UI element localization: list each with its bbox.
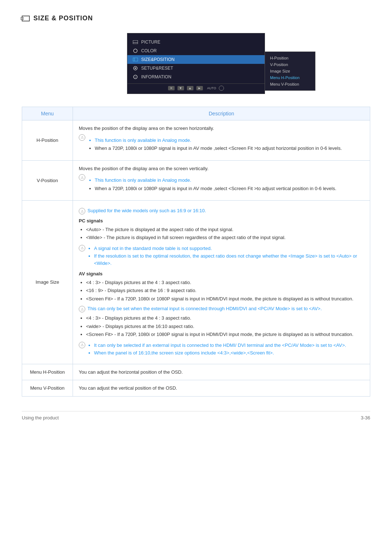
av-signals-label: AV signals (79, 270, 364, 278)
submenu-menuhpos: Menu H-Position (270, 74, 310, 81)
vpos-analog-note: ⚠ This function is only available in Ana… (79, 174, 364, 194)
imgsize-note3-label: This can only be set when the external i… (87, 306, 322, 311)
note4-bullet-1: When the panel is of 16:10,the screen si… (94, 349, 364, 357)
main-table: Menu Description H-Position Moves the po… (22, 107, 370, 397)
av-bullet-1: <16 : 9> - Displays pictures at the 16 :… (86, 287, 364, 294)
hpos-intro: Moves the position of the display area o… (79, 125, 364, 132)
note4-bullet-0: It can only be selected if an external i… (94, 342, 364, 349)
osd-item-color-label: COLOR (141, 48, 157, 53)
osd-box: PICTURE COLOR SIZE&POSITION H-Position V… (127, 33, 265, 94)
footer-page-number: 3-36 (361, 415, 370, 420)
pc-signals-list: <Auto> - The picture is displayed at the… (79, 226, 364, 241)
osd-submenu: H-Position V-Position Image Size Menu H-… (265, 52, 315, 91)
av-bullet-0: <4 : 3> - Displays pictures at the 4 : 3… (86, 279, 364, 286)
menu-menuvpos: Menu V-Position (22, 380, 73, 397)
osd-item-picture-label: PICTURE (141, 40, 160, 45)
svg-rect-0 (133, 40, 138, 44)
vpos-bullet: When a 720P, 1080i or 1080P signal is in… (95, 185, 336, 192)
btn-auto-label: AUTO (207, 86, 216, 90)
osd-bottom-bar: ✕ ▼ ▲ ► AUTO (127, 83, 265, 91)
btn-power (219, 86, 224, 91)
imgsize-note3-text: This can only be set when the external i… (87, 305, 364, 312)
btn-up: ▲ (187, 86, 193, 90)
row-menuhpos: Menu H-Position You can adjust the horiz… (22, 364, 370, 380)
svg-point-6 (135, 67, 136, 69)
pc-signals-label: PC signals (79, 217, 364, 225)
menu-menuhpos: Menu H-Position (22, 364, 73, 380)
btn-down: ▼ (177, 86, 184, 90)
svg-rect-3 (133, 58, 138, 61)
desc-menuhpos: You can adjust the horizontal position o… (73, 364, 370, 380)
row-imagesize: Image Size ⚠ Supplied for the wide model… (22, 201, 370, 364)
size-icon (132, 57, 138, 62)
av-bullet-2: <Screen Fit> - If a 720P, 1080i or 1080P… (86, 295, 364, 303)
osd-item-picture: PICTURE (127, 38, 265, 46)
submenu-hpos: H-Position (270, 55, 310, 61)
svg-text:i: i (135, 75, 136, 79)
footer-product-label: Using the product (22, 415, 59, 420)
size-position-icon (22, 16, 30, 21)
desc-imagesize: ⚠ Supplied for the wide models only such… (73, 201, 370, 364)
osd-menu-list: PICTURE COLOR SIZE&POSITION H-Position V… (127, 38, 265, 81)
pc-bullet-0: <Auto> - The picture is displayed at the… (86, 226, 364, 233)
hpos-warning-icon: ⚠ (79, 134, 85, 141)
imgsize-note4-text: It can only be selected if an external i… (87, 341, 364, 357)
btn-right: ► (196, 86, 203, 90)
desc-hposition: Moves the position of the display area o… (73, 120, 370, 161)
imgsize-note4-icon: ⚠ (79, 342, 85, 348)
row-hposition: H-Position Moves the position of the dis… (22, 120, 370, 161)
imgsize-note1-label: Supplied for the wide models only such a… (87, 208, 206, 213)
info-icon: i (132, 74, 138, 80)
imgsize-note3-block: ⚠ This can only be set when the external… (79, 305, 364, 312)
menu-imagesize: Image Size (22, 201, 73, 364)
hpos-bullet: When a 720P, 1080i or 1080P signal is in… (95, 145, 342, 152)
table-header-row: Menu Description (22, 107, 370, 120)
desc-vposition: Moves the position of the display area o… (73, 160, 370, 201)
page-footer: Using the product 3-36 (22, 411, 370, 420)
imgsize-note1-icon: ⚠ (79, 208, 85, 214)
osd-item-info: i INFORMATION (127, 73, 265, 81)
imgsize-note1-text: Supplied for the wide models only such a… (87, 207, 364, 214)
av-signals-list2: <4 : 3> - Displays pictures at the 4 : 3… (79, 315, 364, 338)
setup-icon (132, 65, 138, 71)
vpos-analog-text: This function is only available in Analo… (95, 177, 336, 184)
row-menuvpos: Menu V-Position You can adjust the verti… (22, 380, 370, 397)
osd-item-color: COLOR (127, 46, 265, 55)
submenu-vpos: V-Position (270, 61, 310, 68)
btn-back: ✕ (168, 86, 175, 90)
av2-bullet-0: <4 : 3> - Displays pictures at the 4 : 3… (86, 315, 364, 322)
submenu-menuvpos: Menu V-Position (270, 81, 310, 87)
menuhpos-desc: You can adjust the horizontal position o… (79, 369, 183, 375)
av2-bullet-2: <Screen Fit> - If a 720P, 1080i or 1080P… (86, 331, 364, 338)
page-header: SIZE & POSITION (22, 15, 370, 22)
row-vposition: V-Position Moves the position of the dis… (22, 160, 370, 201)
imgsize-note2-block: ⚠ A signal not in the standard mode tabl… (79, 244, 364, 268)
col-desc-header: Description (73, 107, 370, 120)
color-icon (132, 48, 138, 54)
menu-vposition: V-Position (22, 160, 73, 201)
osd-screenshot: PICTURE COLOR SIZE&POSITION H-Position V… (22, 33, 370, 94)
osd-item-setup: SETUP&RESET (127, 64, 265, 73)
osd-item-setup-label: SETUP&RESET (141, 66, 173, 71)
imgsize-note2-icon: ⚠ (79, 245, 85, 251)
col-menu-header: Menu (22, 107, 73, 120)
desc-menuvpos: You can adjust the vertical position of … (73, 380, 370, 397)
note2-bullet-0: A signal not in the standard mode table … (94, 245, 364, 252)
menuvpos-desc: You can adjust the vertical position of … (79, 385, 177, 391)
imgsize-note4-block: ⚠ It can only be selected if an external… (79, 341, 364, 357)
imgsize-note1-block: ⚠ Supplied for the wide models only such… (79, 207, 364, 214)
hpos-analog-text: This function is only available in Analo… (95, 137, 342, 144)
imgsize-note2-text: A signal not in the standard mode table … (87, 244, 364, 268)
av2-bullet-1: <wide> - Displays pictures at the 16:10 … (86, 323, 364, 330)
imgsize-note3-icon: ⚠ (79, 306, 85, 312)
pc-bullet-1: <Wide> - The picture is displayed in ful… (86, 234, 364, 241)
note2-bullet-1: If the resolution is set to the optimal … (94, 253, 364, 267)
hpos-analog-note: ⚠ This function is only available in Ana… (79, 134, 364, 155)
osd-item-info-label: INFORMATION (141, 74, 171, 79)
menu-hposition: H-Position (22, 120, 73, 161)
vpos-warning-icon: ⚠ (79, 174, 85, 181)
osd-item-size-label: SIZE&POSITION (141, 57, 175, 62)
av-signals-list: <4 : 3> - Displays pictures at the 4 : 3… (79, 279, 364, 303)
vpos-intro: Moves the position of the display area o… (79, 165, 364, 172)
osd-item-size: SIZE&POSITION H-Position V-Position Imag… (127, 55, 265, 64)
